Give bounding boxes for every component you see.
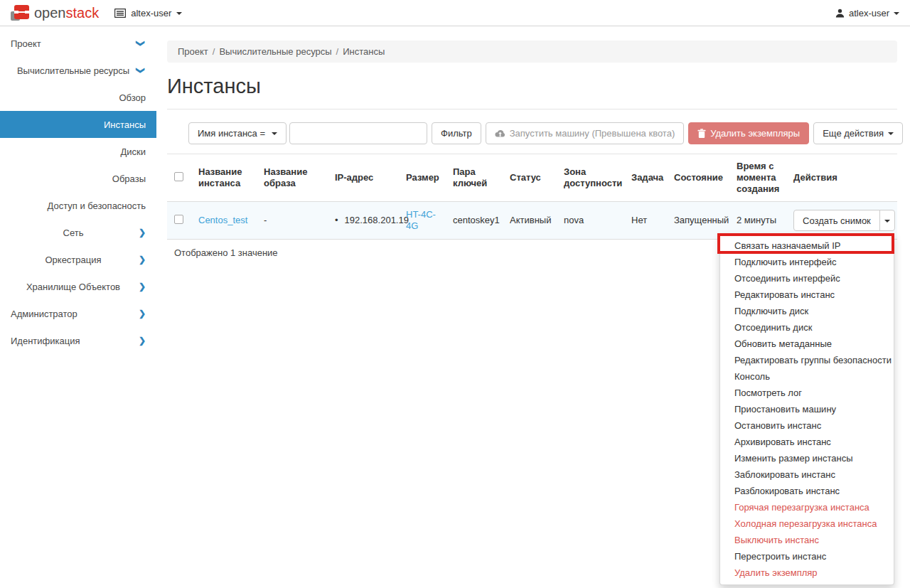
sidebar-item-label: Диски [11, 146, 146, 157]
project-selector-label: altex-user [131, 8, 171, 18]
filter-field-label: Имя инстанса = [198, 128, 265, 139]
title-divider [167, 109, 897, 109]
chevron-right-icon: ❯ [136, 255, 146, 264]
column-header: Зона доступности [557, 154, 624, 202]
breadcrumb-separator: / [213, 46, 215, 57]
chevron-right-icon: ❯ [136, 228, 146, 237]
breadcrumb-item[interactable]: Проект [178, 46, 208, 57]
chevron-down-icon [894, 12, 899, 15]
column-header: Задача [624, 154, 667, 202]
chevron-down-icon: ❯ [136, 38, 145, 48]
sidebar-item-admin[interactable]: Администратор❯ [0, 300, 156, 327]
filter-input[interactable] [289, 122, 427, 144]
sidebar-item-label: Обзор [11, 92, 146, 103]
sidebar-item-overview[interactable]: Обзор [0, 84, 156, 111]
menu-item-console[interactable]: Консоль [720, 368, 894, 385]
menu-item-detach-volume[interactable]: Отсоединить диск [720, 319, 894, 336]
menu-item-edit-security-groups[interactable]: Редактировать группы безопасности [720, 352, 894, 368]
keypair-cell: centoskey1 [446, 202, 503, 240]
ip-bullet: • [335, 215, 338, 225]
sidebar-item-label: Инстансы [11, 119, 146, 130]
menu-item-unlock-instance[interactable]: Разблокировать инстанс [720, 483, 894, 499]
sidebar-item-orchestration[interactable]: Оркестрация❯ [0, 246, 156, 273]
menu-item-detach-interface[interactable]: Отсоединить интерфейс [720, 270, 894, 287]
create-snapshot-button[interactable]: Создать снимок [793, 210, 880, 231]
filter-field-select[interactable]: Имя инстанса = [188, 122, 287, 144]
select-all-checkbox[interactable] [174, 172, 183, 181]
sidebar-item-compute[interactable]: Вычислительные ресурсы❯ [0, 57, 156, 84]
sidebar-item-access-security[interactable]: Доступ и безопасность [0, 192, 156, 219]
row-actions-toggle[interactable] [879, 210, 895, 231]
menu-item-rebuild-instance[interactable]: Перестроить инстанс [720, 548, 894, 565]
menu-item-suspend-instance[interactable]: Приостановить машину [720, 401, 894, 417]
row-actions: Создать снимок [793, 210, 890, 231]
sidebar-item-project[interactable]: Проект❯ [0, 30, 156, 57]
breadcrumb-item: Инстансы [343, 46, 385, 57]
menu-item-attach-interface[interactable]: Подключить интерфейс [720, 254, 894, 270]
menu-item-associate-floating-ip[interactable]: Связать назначаемый IP [720, 237, 894, 254]
launch-instance-button[interactable]: Запустить машину (Превышена квота) [486, 122, 685, 144]
openstack-logo-icon [11, 5, 29, 21]
sidebar-item-label: Администратор [11, 309, 136, 319]
sidebar-item-instances[interactable]: Инстансы [0, 111, 156, 138]
column-header: IP-адрес [328, 154, 399, 202]
top-navbar: openstack altex-user atlex-user [0, 0, 910, 26]
menu-item-resize-instance[interactable]: Изменить размер инстансы [720, 450, 894, 466]
column-header: Статус [503, 154, 557, 202]
sidebar-item-label: Оркестрация [11, 255, 136, 265]
menu-item-view-log[interactable]: Посмотреть лог [720, 385, 894, 401]
project-selector[interactable]: altex-user [114, 8, 182, 18]
instances-table: Название инстансаНазвание образаIP-адрес… [167, 154, 897, 240]
breadcrumb-item[interactable]: Вычислительные ресурсы [219, 46, 331, 57]
chevron-down-icon: ❯ [136, 65, 145, 75]
menu-item-lock-instance[interactable]: Заблокировать инстанс [720, 466, 894, 483]
chevron-down-icon [272, 132, 277, 135]
sidebar-item-label: Хранилище Объектов [11, 282, 136, 292]
column-header: Название образа [257, 154, 328, 202]
menu-item-soft-reboot-instance[interactable]: Горячая перезагрузка инстанса [720, 499, 894, 515]
user-menu-label: atlex-user [849, 8, 889, 18]
chevron-right-icon: ❯ [136, 336, 146, 345]
delete-instances-button[interactable]: Удалить экземпляры [688, 122, 809, 144]
more-actions-label: Еще действия [823, 128, 884, 139]
column-header: Пара ключей [446, 154, 503, 202]
ip-address: 192.168.201.19 [345, 215, 409, 225]
user-icon [835, 9, 845, 18]
menu-item-update-metadata[interactable]: Обновить метаданные [720, 336, 894, 352]
cloud-upload-icon [495, 129, 505, 137]
flavor-link[interactable]: HT-4C-4G [406, 209, 439, 232]
sidebar-item-label: Идентификация [11, 336, 136, 346]
breadcrumb: Проект/Вычислительные ресурсы/Инстансы [167, 41, 897, 63]
chevron-down-icon [888, 132, 894, 135]
column-header: Действия [786, 154, 897, 202]
sidebar-item-label: Проект [11, 38, 136, 49]
menu-item-shelve-instance[interactable]: Архивировать инстанс [720, 434, 894, 450]
sidebar-item-volumes[interactable]: Диски [0, 138, 156, 165]
sidebar: Проект❯Вычислительные ресурсы❯ОбзорИнста… [0, 27, 156, 588]
sidebar-item-images[interactable]: Образы [0, 165, 156, 192]
filter-button[interactable]: Фильтр [432, 122, 481, 144]
row-checkbox[interactable] [174, 215, 183, 224]
menu-item-stop-instance[interactable]: Остановить инстанс [720, 417, 894, 434]
column-header: Время с момента создания [729, 154, 786, 202]
instance-actions-menu: Связать назначаемый IPПодключить интерфе… [719, 233, 894, 585]
instance-name-link[interactable]: Centos_test [198, 215, 247, 225]
column-header: Состояние [667, 154, 729, 202]
chevron-down-icon [176, 12, 182, 15]
sidebar-item-label: Доступ и безопасность [11, 201, 146, 211]
menu-item-delete-instance[interactable]: Удалить экземпляр [720, 565, 894, 581]
menu-item-shut-off-instance[interactable]: Выключить инстанс [720, 532, 894, 548]
sidebar-item-object-store[interactable]: Хранилище Объектов❯ [0, 273, 156, 300]
sidebar-item-identity[interactable]: Идентификация❯ [0, 327, 156, 354]
sidebar-item-label: Образы [11, 173, 146, 184]
user-menu[interactable]: atlex-user [835, 8, 899, 18]
menu-item-attach-volume[interactable]: Подключить диск [720, 303, 894, 319]
chevron-right-icon: ❯ [136, 282, 146, 291]
status-cell: Активный [503, 202, 557, 240]
menu-item-edit-instance[interactable]: Редактировать инстанс [720, 287, 894, 303]
sidebar-item-network[interactable]: Сеть❯ [0, 219, 156, 246]
delete-instances-label: Удалить экземпляры [710, 128, 800, 139]
openstack-logo[interactable]: openstack [11, 5, 99, 21]
menu-item-hard-reboot-instance[interactable]: Холодная перезагрузка инстанса [720, 515, 894, 532]
more-actions-button[interactable]: Еще действия [813, 122, 903, 144]
